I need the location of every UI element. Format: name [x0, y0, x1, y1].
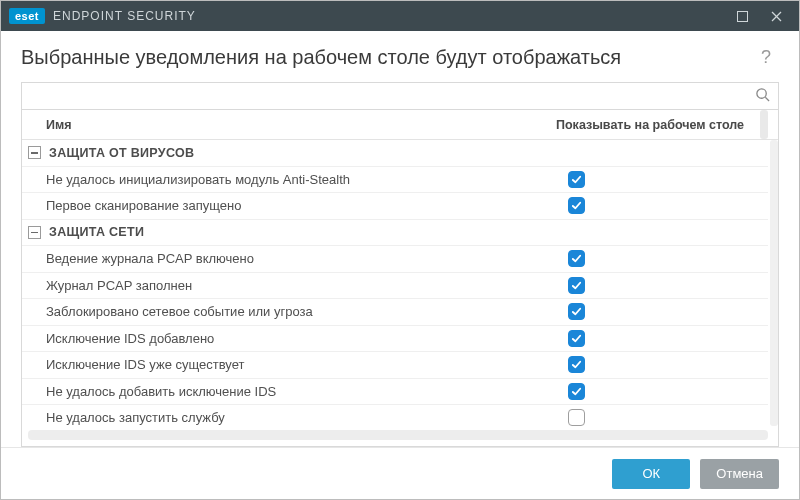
- search-row: [21, 82, 779, 110]
- window-maximize-button[interactable]: [725, 1, 759, 31]
- table-row: Первое сканирование запущено: [22, 193, 768, 220]
- notification-name: Заблокировано сетевое событие или угроза: [22, 304, 568, 319]
- svg-rect-0: [737, 11, 747, 21]
- vertical-scrollbar[interactable]: [760, 110, 768, 139]
- show-on-desktop-cell: [568, 383, 768, 400]
- column-header-show[interactable]: Показывать на рабочем столе: [556, 118, 756, 132]
- show-on-desktop-checkbox[interactable]: [568, 277, 585, 294]
- brand-badge: eset: [9, 8, 45, 24]
- product-name: ENDPOINT SECURITY: [53, 9, 196, 23]
- show-on-desktop-checkbox[interactable]: [568, 383, 585, 400]
- table-row: Не удалось запустить службу: [22, 405, 768, 426]
- notification-name: Первое сканирование запущено: [22, 198, 568, 213]
- show-on-desktop-cell: [568, 250, 768, 267]
- search-icon[interactable]: [753, 87, 772, 105]
- show-on-desktop-cell: [568, 356, 768, 373]
- table-row: Не удалось добавить исключение IDS: [22, 379, 768, 406]
- group-row: ЗАЩИТА СЕТИ: [22, 220, 768, 247]
- show-on-desktop-cell: [568, 171, 768, 188]
- collapse-icon[interactable]: [28, 226, 41, 239]
- header: Выбранные уведомления на рабочем столе б…: [1, 31, 799, 82]
- show-on-desktop-checkbox[interactable]: [568, 197, 585, 214]
- search-input[interactable]: [30, 89, 753, 104]
- table-row: Исключение IDS добавлено: [22, 326, 768, 353]
- page-title: Выбранные уведомления на рабочем столе б…: [21, 46, 753, 69]
- show-on-desktop-checkbox[interactable]: [568, 330, 585, 347]
- column-header-name[interactable]: Имя: [22, 118, 556, 132]
- window-close-button[interactable]: [759, 1, 793, 31]
- group-label: ЗАЩИТА СЕТИ: [49, 225, 144, 239]
- collapse-icon[interactable]: [28, 146, 41, 159]
- notification-name: Не удалось добавить исключение IDS: [22, 384, 568, 399]
- group-row: ЗАЩИТА ОТ ВИРУСОВ: [22, 140, 768, 167]
- show-on-desktop-checkbox[interactable]: [568, 356, 585, 373]
- show-on-desktop-cell: [568, 197, 768, 214]
- cancel-button[interactable]: Отмена: [700, 459, 779, 489]
- notification-name: Не удалось инициализировать модуль Anti-…: [22, 172, 568, 187]
- table-row: Исключение IDS уже существует: [22, 352, 768, 379]
- notification-name: Исключение IDS уже существует: [22, 357, 568, 372]
- show-on-desktop-checkbox[interactable]: [568, 171, 585, 188]
- content-area: Имя Показывать на рабочем столе ЗАЩИТА О…: [1, 82, 799, 447]
- notification-name: Не удалось запустить службу: [22, 410, 568, 425]
- notification-name: Журнал PCAP заполнен: [22, 278, 568, 293]
- table-row: Не удалось инициализировать модуль Anti-…: [22, 167, 768, 194]
- table-row: Журнал PCAP заполнен: [22, 273, 768, 300]
- show-on-desktop-cell: [568, 303, 768, 320]
- vertical-scrollbar-track[interactable]: [770, 140, 778, 426]
- title-bar: eset ENDPOINT SECURITY: [1, 1, 799, 31]
- help-button[interactable]: ?: [753, 43, 779, 72]
- table-header: Имя Показывать на рабочем столе: [22, 110, 778, 140]
- notification-name: Ведение журнала PCAP включено: [22, 251, 568, 266]
- horizontal-scrollbar[interactable]: [28, 430, 768, 440]
- table-row: Заблокировано сетевое событие или угроза: [22, 299, 768, 326]
- show-on-desktop-cell: [568, 277, 768, 294]
- table-row: Ведение журнала PCAP включено: [22, 246, 768, 273]
- notifications-table: Имя Показывать на рабочем столе ЗАЩИТА О…: [21, 110, 779, 447]
- notification-name: Исключение IDS добавлено: [22, 331, 568, 346]
- ok-button[interactable]: ОК: [612, 459, 690, 489]
- footer: ОК Отмена: [1, 447, 799, 499]
- table-body: ЗАЩИТА ОТ ВИРУСОВНе удалось инициализиро…: [22, 140, 778, 426]
- show-on-desktop-checkbox[interactable]: [568, 303, 585, 320]
- group-label: ЗАЩИТА ОТ ВИРУСОВ: [49, 146, 194, 160]
- svg-line-4: [765, 97, 769, 101]
- show-on-desktop-cell: [568, 409, 768, 426]
- svg-point-3: [757, 89, 766, 98]
- show-on-desktop-checkbox[interactable]: [568, 409, 585, 426]
- show-on-desktop-cell: [568, 330, 768, 347]
- show-on-desktop-checkbox[interactable]: [568, 250, 585, 267]
